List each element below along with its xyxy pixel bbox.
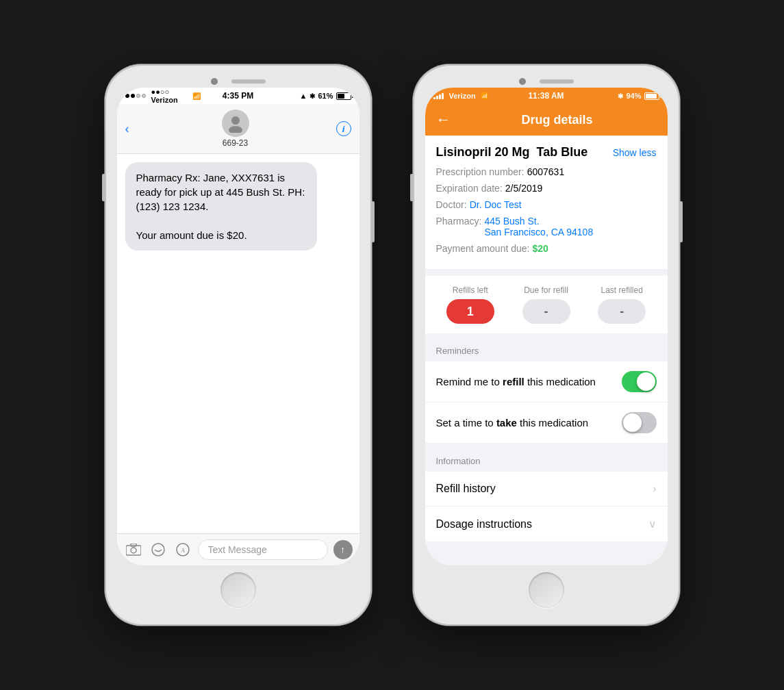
earpiece-speaker bbox=[231, 79, 266, 84]
prescription-field: Prescription number: 6007631 bbox=[436, 166, 657, 177]
front-camera-2 bbox=[519, 78, 526, 85]
back-button[interactable]: ‹ bbox=[125, 122, 129, 136]
doctor-value[interactable]: Dr. Doc Test bbox=[470, 199, 522, 210]
drug-info-section: Lisinopril 20 Mg Tab Blue Show less Pres… bbox=[425, 136, 668, 269]
take-toggle[interactable] bbox=[622, 412, 657, 433]
info-icon: i bbox=[342, 124, 345, 134]
divider-1 bbox=[425, 269, 668, 276]
drug-content-scroll: Lisinopril 20 Mg Tab Blue Show less Pres… bbox=[425, 136, 668, 565]
home-button[interactable] bbox=[220, 572, 256, 608]
show-less-button[interactable]: Show less bbox=[613, 147, 657, 158]
wifi-icon: 📶 bbox=[192, 92, 201, 100]
doctor-label: Doctor: bbox=[436, 199, 467, 210]
svg-point-1 bbox=[229, 126, 242, 133]
clock: 4:35 PM bbox=[201, 91, 276, 101]
refill-history-label: Refill history bbox=[436, 483, 496, 495]
status-bar: ●●○○ Verizon 📶 4:35 PM ▲ ✱ 61% bbox=[117, 88, 359, 104]
drug-name: Lisinopril 20 Mg Tab Blue bbox=[436, 145, 588, 159]
expiration-field: Expiration date: 2/5/2019 bbox=[436, 183, 657, 194]
bluetooth-icon-2: ✱ bbox=[618, 92, 623, 100]
toggle-thumb bbox=[637, 372, 655, 391]
battery-percentage-2: 94% bbox=[626, 92, 641, 100]
send-icon: ↑ bbox=[340, 544, 345, 555]
refill-history-row[interactable]: Refill history › bbox=[425, 472, 668, 507]
info-button[interactable]: i bbox=[336, 121, 351, 136]
carrier-name-2: Verizon bbox=[449, 92, 476, 100]
last-refilled-badge: - bbox=[598, 299, 646, 324]
dosage-instructions-chevron: ∨ bbox=[648, 518, 657, 531]
refill-toggle[interactable] bbox=[622, 371, 657, 392]
sms-message-bubble: Pharmacy Rx: Jane, XXX7631 is ready for … bbox=[125, 162, 318, 251]
svg-rect-2 bbox=[126, 546, 141, 555]
battery-icon bbox=[336, 92, 351, 100]
last-refilled-col: Last refilled - bbox=[587, 285, 657, 324]
due-for-refill-label: Due for refill bbox=[524, 285, 568, 295]
information-section-header: Information bbox=[425, 450, 668, 472]
status-bar-2: Verizon 📶 11:38 AM ✱ 94% bbox=[425, 88, 668, 104]
refills-left-label: Refills left bbox=[453, 285, 488, 295]
dosage-instructions-label: Dosage instructions bbox=[436, 518, 533, 531]
home-button-2[interactable] bbox=[529, 572, 564, 608]
divider-2 bbox=[425, 333, 668, 340]
send-button[interactable]: ↑ bbox=[333, 540, 353, 559]
drug-page-title: Drug details bbox=[458, 113, 657, 127]
take-reminder-text: Set a time to take this medication bbox=[436, 417, 589, 429]
svg-point-5 bbox=[152, 544, 164, 556]
toggle-thumb-2 bbox=[623, 413, 642, 432]
earpiece-speaker-2 bbox=[540, 79, 574, 84]
message-text: Pharmacy Rx: Jane, XXX7631 is ready for … bbox=[136, 172, 305, 241]
messages-area: Pharmacy Rx: Jane, XXX7631 is ready for … bbox=[117, 154, 359, 533]
battery-icon-2 bbox=[644, 92, 659, 100]
contact-info: 669-23 bbox=[135, 110, 336, 148]
sms-nav-header: ‹ 669-23 i bbox=[117, 104, 359, 154]
message-input-bar: A Text Message ↑ bbox=[117, 533, 359, 565]
dosage-instructions-row[interactable]: Dosage instructions ∨ bbox=[425, 507, 668, 542]
expiration-value: 2/5/2019 bbox=[505, 183, 543, 194]
message-text-input[interactable]: Text Message bbox=[198, 539, 328, 560]
payment-value: $20 bbox=[532, 243, 548, 254]
bottom-spacer bbox=[425, 542, 668, 556]
reminders-section-header: Reminders bbox=[425, 340, 668, 361]
signal-bars bbox=[433, 92, 444, 99]
payment-field: Payment amount due: $20 bbox=[436, 243, 657, 254]
pharmacy-label: Pharmacy: bbox=[436, 216, 482, 227]
due-for-refill-badge: - bbox=[522, 299, 570, 324]
refill-bold: refill bbox=[503, 376, 524, 387]
contact-name: 669-23 bbox=[223, 138, 248, 148]
take-bold: take bbox=[496, 417, 517, 429]
pharmacy-address[interactable]: 445 Bush St. San Francisco, CA 94108 bbox=[484, 216, 593, 238]
bluetooth-icon: ✱ bbox=[309, 92, 315, 100]
divider-3 bbox=[425, 444, 668, 450]
due-for-refill-col: Due for refill - bbox=[511, 285, 581, 324]
refill-reminder-text: Remind me to refill this medication bbox=[436, 376, 596, 387]
wifi-icon-2: 📶 bbox=[481, 92, 488, 99]
refill-section: Refills left 1 Due for refill - Last ref… bbox=[425, 276, 668, 333]
drug-nav-header: ← Drug details bbox=[425, 104, 668, 136]
location-icon: ▲ bbox=[300, 92, 307, 100]
input-placeholder: Text Message bbox=[208, 544, 267, 555]
payment-label: Payment amount due: bbox=[436, 243, 530, 254]
last-refilled-label: Last refilled bbox=[600, 285, 642, 295]
sticker-button[interactable] bbox=[149, 540, 168, 559]
signal-dots bbox=[125, 94, 146, 98]
refill-history-chevron: › bbox=[653, 483, 656, 495]
battery-percentage: 61% bbox=[318, 92, 333, 100]
svg-point-3 bbox=[131, 548, 136, 553]
pharmacy-field: Pharmacy: 445 Bush St. San Francisco, CA… bbox=[436, 216, 657, 238]
avatar bbox=[222, 110, 249, 137]
camera-button[interactable] bbox=[124, 540, 143, 559]
carrier-name: ●●○○ Verizon bbox=[151, 88, 188, 104]
clock-2: 11:38 AM bbox=[509, 91, 584, 101]
prescription-label: Prescription number: bbox=[436, 166, 524, 177]
expiration-label: Expiration date: bbox=[436, 183, 503, 194]
take-reminder-row: Set a time to take this medication bbox=[425, 402, 668, 444]
svg-text:A: A bbox=[180, 547, 185, 554]
refill-reminder-row: Remind me to refill this medication bbox=[425, 361, 668, 402]
front-camera bbox=[211, 78, 218, 85]
appstore-button[interactable]: A bbox=[173, 540, 192, 559]
doctor-field: Doctor: Dr. Doc Test bbox=[436, 199, 657, 210]
svg-rect-4 bbox=[131, 544, 136, 546]
prescription-value: 6007631 bbox=[527, 166, 565, 177]
drug-back-button[interactable]: ← bbox=[436, 111, 451, 129]
svg-point-0 bbox=[231, 116, 240, 125]
